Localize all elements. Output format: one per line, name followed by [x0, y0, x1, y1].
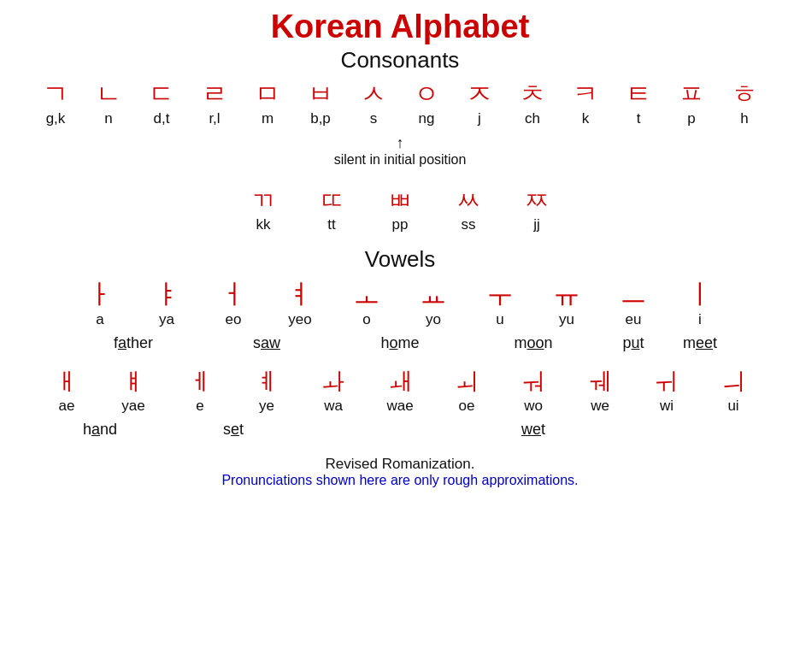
vowel1-roman-8: eu: [626, 310, 642, 329]
roman-label-7: ng: [419, 109, 435, 128]
underline-u-put: u: [631, 334, 639, 351]
consonants-heading: Consonants: [341, 47, 460, 74]
vowel2-korean-1: ㅒ: [121, 368, 145, 397]
example-moon: moon: [467, 334, 600, 352]
vowel2-cell-7: ㅝwo: [500, 368, 567, 416]
example-hand: hand: [33, 421, 167, 439]
vowel2-cell-6: ㅚoe: [433, 368, 500, 416]
example-wet: wet: [433, 421, 633, 439]
vowel2-cell-0: ㅐae: [33, 368, 100, 416]
doubled-cell-1: ㄸtt: [297, 186, 366, 234]
korean-char-11: ㅌ: [626, 79, 651, 109]
vowel2-cell-8: ㅞwe: [567, 368, 633, 416]
vowels-row1: ㅏaㅑyaㅓeoㅕyeoㅗoㅛyoㅜuㅠyuㅡeuㅣi: [67, 278, 733, 329]
consonant-cell-1: ㄴn: [82, 79, 135, 128]
vowel1-roman-7: yu: [559, 310, 574, 329]
vowel2-roman-6: oe: [459, 397, 475, 416]
vowel2-roman-10: ui: [727, 397, 738, 416]
korean-char-9: ㅊ: [520, 79, 545, 109]
vowel1-roman-1: ya: [159, 310, 174, 329]
consonant-cell-7: ㅇng: [400, 79, 453, 128]
korean-char-8: ㅈ: [467, 79, 492, 109]
underline-aw: aw: [261, 334, 280, 351]
example-saw: saw: [200, 334, 333, 352]
doubled-cell-4: ㅉjj: [503, 186, 571, 234]
roman-label-8: j: [478, 109, 481, 128]
vowel1-korean-3: ㅕ: [286, 278, 314, 310]
vowel2-roman-7: wo: [524, 397, 543, 416]
consonant-cell-10: ㅋk: [559, 79, 612, 128]
consonant-cell-5: ㅂb,p: [294, 79, 347, 128]
roman-label-0: g,k: [46, 109, 66, 128]
vowel2-roman-1: yae: [121, 397, 144, 416]
vowel2-korean-0: ㅐ: [55, 368, 79, 397]
doubled-consonants-row: ㄲkkㄸttㅃppㅆssㅉjj: [229, 186, 571, 234]
consonant-cell-6: ㅅs: [347, 79, 400, 128]
vowel1-cell-9: ㅣi: [667, 278, 733, 329]
vowel1-roman-9: i: [698, 310, 702, 329]
doubled-roman-0: kk: [256, 215, 271, 234]
vowel1-cell-4: ㅗo: [333, 278, 400, 329]
examples-row2: hand set wet: [17, 421, 783, 439]
vowel1-cell-2: ㅓeo: [200, 278, 267, 329]
vowel2-cell-3: ㅖye: [233, 368, 300, 416]
vowel2-cell-9: ㅟwi: [633, 368, 700, 416]
vowel1-roman-2: eo: [226, 310, 242, 329]
vowel1-cell-1: ㅑya: [133, 278, 200, 329]
korean-char-10: ㅋ: [573, 79, 598, 109]
doubled-roman-4: jj: [533, 215, 540, 234]
doubled-korean-2: ㅃ: [388, 186, 412, 215]
korean-char-1: ㄴ: [96, 79, 121, 109]
consonant-cell-13: ㅎh: [718, 79, 771, 128]
roman-label-2: d,t: [154, 109, 170, 128]
vowel1-cell-0: ㅏa: [67, 278, 133, 329]
korean-char-6: ㅅ: [361, 79, 386, 109]
vowel1-korean-7: ㅠ: [553, 278, 580, 310]
vowel2-roman-0: ae: [59, 397, 75, 416]
consonant-cell-3: ㄹr,l: [188, 79, 241, 128]
vowel1-cell-5: ㅛyo: [400, 278, 467, 329]
vowels-heading: Vowels: [365, 246, 435, 273]
vowel1-korean-0: ㅏ: [86, 278, 114, 310]
revised-romanization: Revised Romanization.: [221, 456, 578, 473]
korean-char-2: ㄷ: [149, 79, 174, 109]
vowel2-korean-9: ㅟ: [655, 368, 679, 397]
vowel2-cell-10: ㅢui: [700, 368, 767, 416]
underline-we: we: [521, 421, 541, 438]
vowel2-cell-2: ㅔe: [167, 368, 233, 416]
vowel2-roman-2: e: [196, 397, 203, 416]
doubled-korean-1: ㄸ: [320, 186, 344, 215]
vowel2-roman-8: we: [591, 397, 609, 416]
vowel2-korean-10: ㅢ: [721, 368, 745, 397]
consonant-cell-11: ㅌt: [612, 79, 665, 128]
underline-ee: ee: [696, 334, 713, 351]
underline-o: o: [389, 334, 397, 351]
vowel2-roman-9: wi: [660, 397, 674, 416]
vowel2-roman-3: ye: [259, 397, 274, 416]
roman-label-10: k: [582, 109, 590, 128]
consonant-cell-2: ㄷd,t: [135, 79, 188, 128]
consonant-cell-9: ㅊch: [506, 79, 559, 128]
doubled-cell-2: ㅃpp: [366, 186, 434, 234]
doubled-korean-4: ㅉ: [525, 186, 549, 215]
vowel2-cell-4: ㅘwa: [300, 368, 367, 416]
vowel1-roman-3: yeo: [288, 310, 311, 329]
vowel1-korean-8: ㅡ: [620, 278, 647, 310]
vowels-section: Vowels ㅏaㅑyaㅓeoㅕyeoㅗoㅛyoㅜuㅠyuㅡeuㅣi fathe…: [17, 246, 783, 439]
doubled-roman-3: ss: [462, 215, 476, 234]
roman-label-3: r,l: [209, 109, 220, 128]
vowel1-roman-0: a: [96, 310, 103, 329]
example-put: put: [600, 334, 667, 352]
vowel1-korean-1: ㅑ: [153, 278, 180, 310]
vowel2-korean-3: ㅖ: [255, 368, 279, 397]
example-set: set: [167, 421, 300, 439]
korean-char-7: ㅇ: [414, 79, 439, 109]
vowel1-cell-6: ㅜu: [467, 278, 533, 329]
example-home: home: [333, 334, 467, 352]
roman-label-9: ch: [525, 109, 540, 128]
vowels-row2: ㅐaeㅒyaeㅔeㅖyeㅘwaㅙwaeㅚoeㅝwoㅞweㅟwiㅢui: [33, 368, 767, 416]
consonant-cell-0: ㄱg,k: [29, 79, 82, 128]
korean-char-13: ㅎ: [732, 79, 757, 109]
vowel1-roman-5: yo: [426, 310, 441, 329]
vowel1-roman-6: u: [496, 310, 503, 329]
